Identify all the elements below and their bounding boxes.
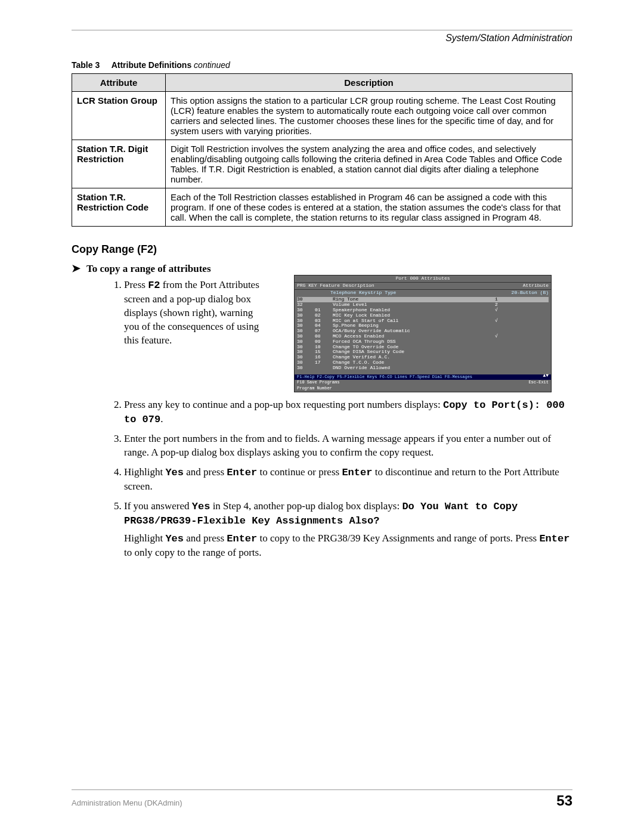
table-caption: Table 3 Attribute Definitions continued bbox=[72, 60, 572, 70]
attr-name: Station T.R. Digit Restriction bbox=[72, 140, 166, 188]
section-name: System/Station Administration bbox=[445, 33, 572, 43]
term-foot3: Program Number bbox=[297, 386, 332, 391]
table-continued: continued bbox=[194, 60, 230, 70]
attr-name: LCR Station Group bbox=[72, 92, 166, 140]
term-body: 30 Ring Tone132 Volume Level23001Speaker… bbox=[295, 296, 551, 374]
scroll-arrows-icon: ▲▼ bbox=[543, 373, 549, 379]
term-title: Port 000 Attributes bbox=[295, 275, 551, 283]
s5sa: Highlight bbox=[124, 532, 165, 544]
arrow-icon: ➤ bbox=[72, 262, 80, 274]
s5s-enter1: Enter bbox=[227, 533, 257, 544]
col-description: Description bbox=[166, 74, 572, 92]
term-sub-right: 20-Button (B) bbox=[512, 290, 549, 296]
term-footer-3: Program Number bbox=[295, 386, 551, 392]
attr-desc: Digit Toll Restriction involves the syst… bbox=[166, 140, 572, 188]
step-3: Enter the port numbers in the from and t… bbox=[124, 432, 572, 460]
term-row: 30 DND Override Allowed bbox=[297, 366, 549, 371]
step2-b: . bbox=[160, 413, 163, 425]
term-sub-left: Telephone Keystrip Type bbox=[297, 290, 396, 296]
step5-sub: Highlight Yes and press Enter to copy to… bbox=[124, 532, 572, 560]
s4-enter1: Enter bbox=[227, 467, 257, 478]
table-header-row: Attribute Description bbox=[72, 74, 572, 92]
document-page: System/Station Administration Table 3 At… bbox=[0, 0, 644, 833]
attr-desc: Each of the Toll Restriction classes est… bbox=[166, 188, 572, 227]
page-header: System/Station Administration bbox=[72, 30, 572, 44]
s4-enter2: Enter bbox=[342, 467, 372, 478]
s5b: in Step 4, another pop-up dialog box dis… bbox=[210, 500, 402, 512]
s5sb: and press bbox=[184, 532, 227, 544]
term-foot-left: F10 Save Programs bbox=[297, 380, 339, 385]
attr-desc: This option assigns the station to a par… bbox=[166, 92, 572, 140]
table-row: Station T.R. Digit Restriction Digit Tol… bbox=[72, 140, 572, 188]
table-row: LCR Station Group This option assigns th… bbox=[72, 92, 572, 140]
col-attribute: Attribute bbox=[72, 74, 166, 92]
term-head-left: PRG KEY Feature Description bbox=[297, 283, 374, 289]
steps: Press F2 from the Port Attributes screen… bbox=[107, 278, 572, 560]
page-number: 53 bbox=[556, 792, 572, 809]
step-5: If you answered Yes in Step 4, another p… bbox=[124, 500, 572, 560]
footer-left: Administration Menu (DKAdmin) bbox=[72, 798, 182, 807]
term-foot-right: Esc-Exit bbox=[528, 380, 549, 385]
attribute-table: Attribute Description LCR Station Group … bbox=[72, 73, 572, 227]
term-footer-keys: F1-Help F2-Copy F5-Flexible Keys F6-CO L… bbox=[295, 374, 551, 380]
s5s-enter2: Enter bbox=[539, 533, 569, 544]
s4c: to continue or press bbox=[257, 466, 342, 478]
step2-a: Press any key to continue and a pop-up b… bbox=[124, 399, 443, 410]
s5-yes: Yes bbox=[192, 501, 210, 512]
step-4: Highlight Yes and press Enter to continu… bbox=[124, 466, 572, 494]
s5sc: to copy to the PRG38/39 Key Assignments … bbox=[257, 532, 539, 544]
table-label: Table 3 bbox=[72, 60, 100, 70]
s5sd: to only copy to the range of ports. bbox=[124, 547, 261, 558]
procedure-title: ➤ To copy a range of attributes bbox=[72, 262, 572, 275]
page-footer: Administration Menu (DKAdmin) 53 bbox=[72, 789, 572, 809]
term-header: PRG KEY Feature Description Attribute bbox=[295, 283, 551, 290]
table-row: Station T.R. Restriction Code Each of th… bbox=[72, 188, 572, 227]
term-head-right: Attribute bbox=[523, 283, 549, 289]
s5s-yes: Yes bbox=[165, 533, 184, 544]
step1-text-a: Press bbox=[124, 279, 148, 290]
s5a: If you answered bbox=[124, 500, 192, 512]
key-f2: F2 bbox=[148, 280, 160, 291]
term-subheader: Telephone Keystrip Type 20-Button (B) bbox=[295, 290, 551, 296]
section-heading: Copy Range (F2) bbox=[72, 243, 572, 256]
s4-yes: Yes bbox=[165, 467, 184, 478]
step-2: Press any key to continue and a pop-up b… bbox=[124, 398, 572, 427]
terminal-screenshot: Port 000 Attributes PRG KEY Feature Desc… bbox=[294, 275, 552, 392]
procedure-title-text: To copy a range of attributes bbox=[86, 263, 211, 274]
table-title: Attribute Definitions bbox=[112, 60, 194, 70]
step-1: Press F2 from the Port Attributes screen… bbox=[124, 278, 572, 392]
attr-name: Station T.R. Restriction Code bbox=[72, 188, 166, 227]
term-footer-2: F10 Save Programs Esc-Exit bbox=[295, 380, 551, 386]
s4a: Highlight bbox=[124, 466, 165, 478]
s4b: and press bbox=[184, 466, 227, 478]
